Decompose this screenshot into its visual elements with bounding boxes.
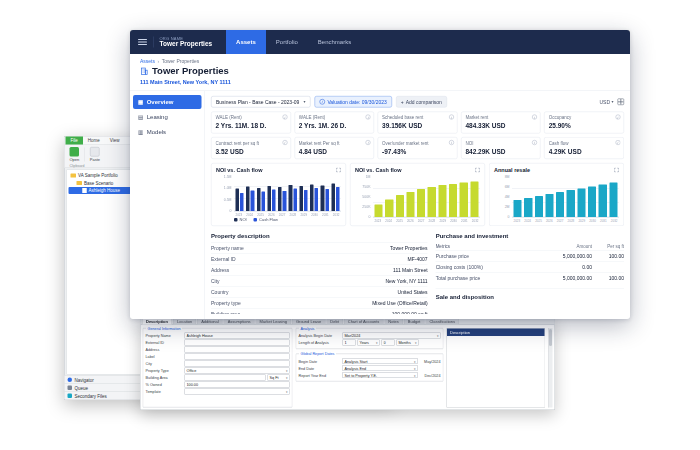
field-label: % Owned [146,382,183,387]
breadcrumb-assets-link[interactable]: Assets [140,58,155,64]
analysis-begin-date-value: Mar/2024 [345,333,361,338]
property-name-field[interactable] [185,333,290,339]
info-icon[interactable]: i [282,115,287,120]
bar-group [375,175,383,217]
sidebar-item-overview[interactable]: ▦ Overview [133,95,202,109]
scrollbar-thumb[interactable] [549,329,552,346]
end-date-select[interactable]: Analysis End▾ [343,365,418,371]
sidebar-item-label: Overview [147,99,174,106]
description-row: Property nameTower Properties [211,242,428,253]
panel-title: Property description [211,230,428,242]
document-icon [83,188,87,193]
label-field[interactable] [185,354,290,360]
length-months-unit-select[interactable]: Months▾ [397,340,419,346]
city-field[interactable] [185,361,290,367]
paste-button[interactable]: Paste [88,147,102,163]
begin-date-value: Analysis Start [345,359,368,364]
field-label: Analysis Begin Date [299,333,341,338]
row-label: Building area [211,311,240,314]
kpi-card-occupancy: Occupancy25.90%i [544,112,624,134]
analysis-begin-date-select[interactable]: Mar/2024▾ [343,333,441,339]
kpi-card-noi: NOI842.29K USDi [461,137,541,159]
row-label: Property type [211,300,241,306]
column-header: Amount [537,244,592,249]
y-tick-label: 0 [369,215,371,219]
property-description-panel: Property description Property nameTower … [211,230,428,314]
bar-plot [512,175,619,218]
chart-legend: NOI Cash Flow [234,216,341,222]
address-field[interactable] [185,347,290,353]
info-icon[interactable]: i [532,115,537,120]
open-button[interactable]: Open [68,147,82,163]
info-icon[interactable]: i [366,140,371,145]
add-comparison-button[interactable]: + Add comparison [396,96,447,108]
building-area-field[interactable] [185,375,266,381]
end-date-value: Analysis End [345,366,367,371]
bar-cash-flow [428,187,436,217]
global-report-dates-group: Global Report Dates Begin Date Analysis … [296,354,444,382]
editor-body: General Information Property Name Extern… [141,325,555,410]
bar-cash-flow [325,189,329,211]
bar-cash-flow [385,199,393,217]
sidebar-item-leasing[interactable]: ▤ Leasing [133,110,202,124]
length-months-field[interactable] [382,340,395,346]
bar-group [331,175,339,211]
bar-group [267,175,275,211]
y-tick-label: 6M [505,185,510,189]
info-icon[interactable]: i [616,115,621,120]
begin-date-select[interactable]: Analysis Start▾ [343,358,418,364]
page-header: Assets › Tower Properties Tower Properti… [130,54,630,91]
kpi-value: 39.156K USD [382,122,453,130]
file-tab[interactable]: File [66,137,83,145]
app-logo[interactable]: Org Name Tower Properties [160,36,213,48]
percent-owned-field[interactable] [185,382,290,388]
scenario-dropdown[interactable]: Business Plan - Base Case - 2023-09 ▾ [211,96,310,108]
sale-disposition-header: Sale and disposition [436,289,624,304]
valuation-date-pill[interactable]: i Valuation date: 09/30/2023 [314,96,391,108]
vertical-scrollbar[interactable] [548,328,553,408]
nav-tab-assets[interactable]: Assets [226,30,266,54]
nav-tab-portfolio[interactable]: Portfolio [266,30,308,54]
row-value: Mixed Use (Office/Retail) [372,300,427,306]
info-icon[interactable]: i [449,115,454,120]
length-years-unit-select[interactable]: Years▾ [358,340,380,346]
kpi-value: 3.52 USD [216,148,287,156]
info-icon[interactable]: i [282,140,287,145]
info-icon[interactable]: i [449,140,454,145]
nav-tab-benchmarks[interactable]: Benchmarks [308,30,361,54]
external-id-field[interactable] [185,340,290,346]
expand-icon[interactable] [336,168,341,173]
y-tick-label: 8M [505,175,510,179]
layout-grid-icon[interactable] [618,99,625,106]
expand-icon[interactable] [614,168,619,173]
detail-panels: Property description Property nameTower … [211,230,624,314]
description-textarea[interactable] [447,336,545,407]
property-type-select[interactable]: Office▾ [185,368,290,374]
sidebar-item-models[interactable]: ▥ Models [133,125,202,139]
row-label: City [211,278,220,284]
breadcrumb-separator-icon: › [158,58,160,64]
kpi-value: 2 Yrs. 1M. 26 D. [299,122,370,130]
template-select[interactable]: ▾ [185,389,290,395]
kpi-value: 4.84 USD [299,148,370,156]
property-address-link[interactable]: 111 Main Street, New York, NY 1111 [140,79,231,85]
report-year-end-select[interactable]: Set to Property Y.E.▾ [343,372,418,378]
purchase-table-header: Metrics Amount Per sq ft [436,242,624,251]
info-icon[interactable]: i [532,140,537,145]
description-row: Property typeMixed Use (Office/Retail) [211,297,428,308]
expand-icon[interactable] [475,168,480,173]
length-years-field[interactable] [343,340,356,346]
y-tick-label: 500K [362,195,370,199]
description-row: CityNew York, NY 1111 [211,275,428,286]
home-tab[interactable]: Home [83,137,105,145]
chart-card-annual-resale: Annual resale 8M6M4M2M0 2023202420252026… [489,163,624,226]
area-unit-select[interactable]: Sq Ft▾ [268,375,290,381]
report-year-end-value: Set to Property Y.E. [345,373,378,378]
info-icon[interactable]: i [366,115,371,120]
currency-selector[interactable]: USD ▾ [599,99,613,105]
field-label: Property Name [146,333,183,338]
field-label: End Date [299,366,341,371]
menu-icon[interactable] [138,39,147,45]
info-icon[interactable]: i [616,140,621,145]
view-tab[interactable]: View [105,137,125,145]
